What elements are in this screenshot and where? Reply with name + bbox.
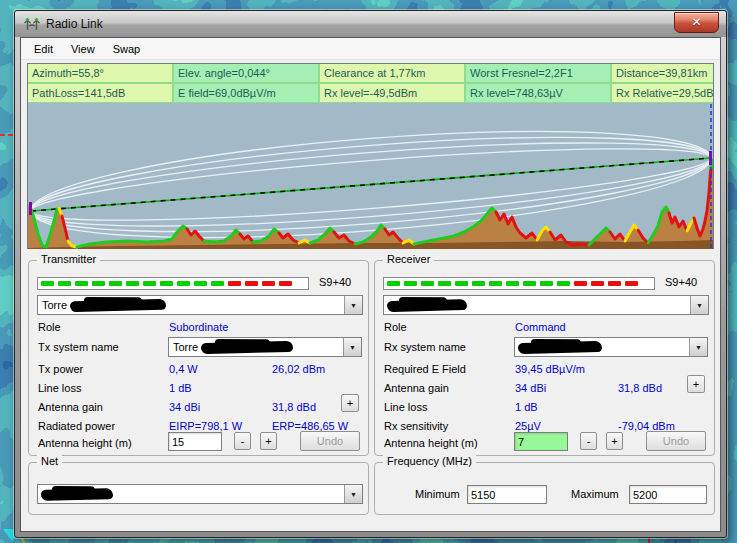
rx-line-loss-label: Line loss	[384, 399, 427, 415]
rx-antenna-height-label: Antenna height (m)	[384, 435, 478, 451]
tx-antenna-height-label: Antenna height (m)	[38, 435, 132, 451]
status-rx-level-uv: Rx level=748,63µV	[466, 84, 610, 102]
rx-unit-combobox[interactable]: ▼	[383, 295, 709, 315]
tx-system-value: Torre	[169, 341, 198, 353]
status-distance: Distance=39,81km	[612, 64, 713, 82]
rx-required-e-field-label: Required E Field	[384, 361, 466, 377]
rx-antenna-pattern-button[interactable]: +	[687, 375, 705, 393]
status-azimuth: Azimuth=55,8°	[28, 64, 172, 82]
net-combobox[interactable]: ▼	[37, 484, 363, 504]
tx-unit-combobox[interactable]: Torre ▼	[37, 295, 363, 315]
status-clearance: Clearance at 1,77km	[320, 64, 464, 82]
propagation-profile-chart	[28, 103, 713, 249]
tx-antenna-gain-dbi: 34 dBi	[169, 399, 200, 415]
rx-signal-label: S9+40	[665, 276, 697, 288]
menu-edit[interactable]: Edit	[25, 40, 62, 58]
rx-signal-strength-bar	[383, 277, 655, 290]
frequency-max-input[interactable]	[629, 485, 707, 504]
rx-antenna-gain-label: Antenna gain	[384, 380, 449, 396]
tx-height-minus-button[interactable]: -	[234, 432, 251, 450]
chevron-down-icon[interactable]: ▼	[689, 338, 707, 356]
chevron-down-icon[interactable]: ▼	[344, 296, 362, 314]
window-title: Radio Link	[46, 17, 103, 31]
tx-line-loss-value: 1 dB	[169, 380, 192, 396]
tx-antenna-height-input[interactable]	[168, 432, 222, 451]
status-rx-level-dbm: Rx level=-49,5dBm	[320, 84, 464, 102]
radio-link-window: Radio Link ✕ Edit View Swap Azimuth=55,8…	[14, 10, 727, 538]
frequency-max-label: Maximum	[571, 488, 619, 500]
status-rx-relative: Rx Relative=29,5dB	[612, 84, 713, 102]
rx-role-label: Role	[384, 319, 407, 335]
redacted-text	[518, 340, 602, 353]
transmitter-group-title: Transmitter	[37, 253, 100, 265]
tx-unit-value: Torre	[38, 299, 67, 311]
chevron-down-icon[interactable]: ▼	[343, 338, 361, 356]
rx-undo-button[interactable]: Undo	[646, 431, 706, 451]
redacted-text	[201, 340, 293, 353]
tx-signal-label: S9+40	[319, 276, 351, 288]
net-group: Net ▼	[28, 462, 369, 515]
link-profile-panel: Azimuth=55,8° Elev. angle=0,044° Clearan…	[27, 63, 714, 249]
menu-bar: Edit View Swap	[21, 38, 720, 60]
rx-antenna-gain-dbi: 34 dBi	[515, 380, 546, 396]
frequency-min-label: Minimum	[415, 488, 460, 500]
net-group-title: Net	[37, 455, 62, 467]
tx-undo-button[interactable]: Undo	[300, 431, 360, 451]
tx-antenna-gain-dbd: 31,8 dBd	[272, 399, 316, 415]
receiver-group: Receiver S9+40 ▼ Role Command Rx system …	[374, 260, 715, 456]
tx-role-label: Role	[38, 319, 61, 335]
client-area: Edit View Swap Azimuth=55,8° Elev. angle…	[20, 37, 721, 532]
rx-line-loss-value: 1 dB	[515, 399, 538, 415]
rx-role-value: Command	[515, 319, 566, 335]
tx-power-dbm: 26,02 dBm	[272, 361, 325, 377]
frequency-min-input[interactable]	[467, 485, 547, 504]
status-elev-angle: Elev. angle=0,044°	[174, 64, 318, 82]
rx-antenna-gain-dbd: 31,8 dBd	[618, 380, 662, 396]
rx-system-name-label: Rx system name	[384, 339, 466, 355]
redacted-text	[70, 298, 166, 312]
status-pathloss: PathLoss=141,5dB	[28, 84, 172, 102]
rx-sensitivity-label: Rx sensitivity	[384, 418, 448, 434]
rx-system-combobox[interactable]: ▼	[514, 337, 708, 357]
frequency-group-title: Frequency (MHz)	[383, 455, 476, 467]
frequency-group: Frequency (MHz) Minimum Maximum	[374, 462, 715, 515]
tx-power-label: Tx power	[38, 361, 83, 377]
receiver-group-title: Receiver	[383, 253, 434, 265]
tx-role-value: Subordinate	[169, 319, 228, 335]
tx-antenna-gain-label: Antenna gain	[38, 399, 103, 415]
rx-height-plus-button[interactable]: +	[606, 432, 623, 450]
menu-swap[interactable]: Swap	[104, 40, 150, 58]
status-e-field: E field=69,0dBµV/m	[174, 84, 318, 102]
redacted-text	[387, 298, 467, 311]
tx-height-plus-button[interactable]: +	[260, 432, 277, 450]
link-status-bar: Azimuth=55,8° Elev. angle=0,044° Clearan…	[28, 64, 713, 103]
rx-antenna-height-input[interactable]	[514, 432, 568, 451]
redacted-text	[41, 488, 113, 501]
radio-antennas-icon	[23, 17, 41, 32]
tx-line-loss-label: Line loss	[38, 380, 81, 396]
rx-required-e-field-value: 39,45 dBµV/m	[515, 361, 585, 377]
close-icon: ✕	[691, 15, 701, 29]
chevron-down-icon[interactable]: ▼	[690, 296, 708, 314]
transmitter-group: Transmitter S9+40 Torre ▼ Role Subordina…	[28, 260, 369, 456]
close-button[interactable]: ✕	[674, 12, 719, 33]
status-worst-fresnel: Worst Fresnel=2,2F1	[466, 64, 610, 82]
menu-view[interactable]: View	[62, 40, 104, 58]
map-red-dashed-line-left	[0, 134, 13, 136]
chevron-down-icon[interactable]: ▼	[344, 485, 362, 503]
tx-radiated-power-label: Radiated power	[38, 418, 115, 434]
title-bar[interactable]: Radio Link ✕	[15, 11, 726, 37]
tx-antenna-pattern-button[interactable]: +	[341, 394, 359, 412]
rx-height-minus-button[interactable]: -	[580, 432, 597, 450]
tx-signal-strength-bar	[37, 277, 309, 290]
tx-system-combobox[interactable]: Torre ▼	[168, 337, 362, 357]
tx-system-name-label: Tx system name	[38, 339, 119, 355]
tx-power-watts: 0,4 W	[169, 361, 198, 377]
